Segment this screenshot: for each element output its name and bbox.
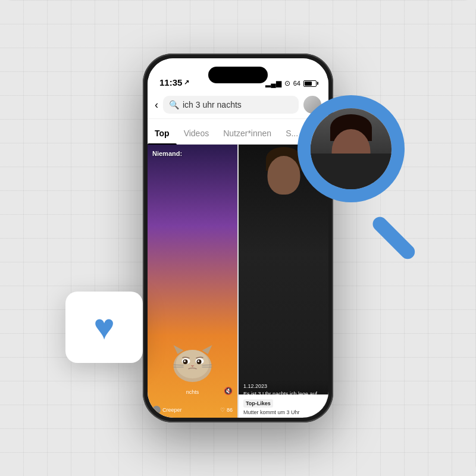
signal-icon: ▂▄▆ — [265, 79, 281, 87]
svg-marker-2 — [202, 345, 212, 354]
svg-point-8 — [184, 361, 186, 362]
heart-icon-small: ♡ — [220, 407, 225, 413]
left-likes-count: 86 — [227, 407, 233, 413]
battery-percent: 64 — [293, 80, 300, 87]
time-display: 11:35 — [159, 77, 182, 87]
top-likes-section: Top-Likes Mutter kommt um 3 Uhr — [239, 394, 328, 418]
heart-icon-large: ♥ — [93, 309, 115, 345]
battery-icon — [303, 80, 317, 87]
magnifier-circle — [298, 95, 405, 202]
wifi-icon: ⊙ — [284, 79, 290, 87]
back-button[interactable]: ‹ — [155, 99, 158, 111]
magnifier-content — [311, 108, 392, 189]
left-author-avatar — [152, 406, 161, 414]
volume-icon[interactable]: 🔇 — [224, 387, 233, 395]
status-icons: ▂▄▆ ⊙ 64 — [265, 79, 317, 87]
left-author-info: Creeper — [152, 406, 182, 414]
left-card-bottom: Creeper ♡ 86 — [148, 400, 237, 418]
main-scene: 11:35 ↗ ▂▄▆ ⊙ 64 ‹ 🔍 — [30, 24, 446, 452]
tab-nutzer[interactable]: Nutzer*innen — [216, 123, 278, 144]
tab-videos-label: Videos — [184, 129, 209, 138]
cat-face-svg — [170, 343, 215, 382]
tab-top-label: Top — [155, 129, 170, 138]
search-query: ich 3 uhr nachts — [183, 100, 242, 109]
tab-nutzer-label: Nutzer*innen — [223, 129, 271, 138]
left-likes-row: ♡ 86 — [220, 407, 233, 413]
top-likes-label: Top-Likes — [243, 399, 273, 408]
search-icon: 🔍 — [169, 100, 179, 109]
right-card-date: 1.12.2023 — [243, 383, 324, 389]
tab-videos[interactable]: Videos — [177, 123, 217, 144]
person-head — [267, 156, 300, 195]
search-box[interactable]: 🔍 ich 3 uhr nachts — [163, 96, 299, 114]
tab-more-label: S... — [286, 129, 298, 138]
cat-meme — [170, 343, 215, 382]
location-arrow-icon: ↗ — [184, 79, 189, 86]
status-time: 11:35 ↗ — [159, 77, 189, 87]
top-likes-content: Mutter kommt um 3 Uhr — [243, 409, 324, 415]
dynamic-island — [208, 67, 268, 83]
left-card-overlay-text: Niemand: — [152, 150, 182, 157]
left-card-author-row: Creeper ♡ 86 — [152, 406, 233, 414]
video-card-left[interactable]: Niemand: — [148, 144, 237, 418]
left-author-name: Creeper — [162, 407, 182, 413]
svg-point-3 — [176, 350, 209, 378]
svg-point-9 — [198, 361, 199, 362]
battery-display: 64 — [293, 80, 300, 87]
heart-notification-card: ♥ — [65, 292, 143, 363]
tab-top[interactable]: Top — [148, 123, 177, 144]
left-card-partial-text: nchts — [186, 389, 199, 395]
magnifier — [298, 95, 428, 226]
magnifier-handle — [370, 214, 418, 262]
magnifier-body — [311, 154, 392, 189]
